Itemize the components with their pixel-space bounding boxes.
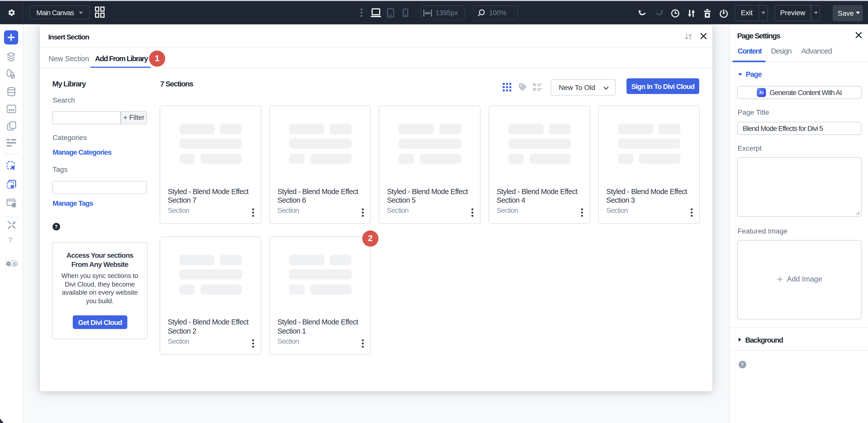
svg-text:AI: AI [759,90,764,95]
